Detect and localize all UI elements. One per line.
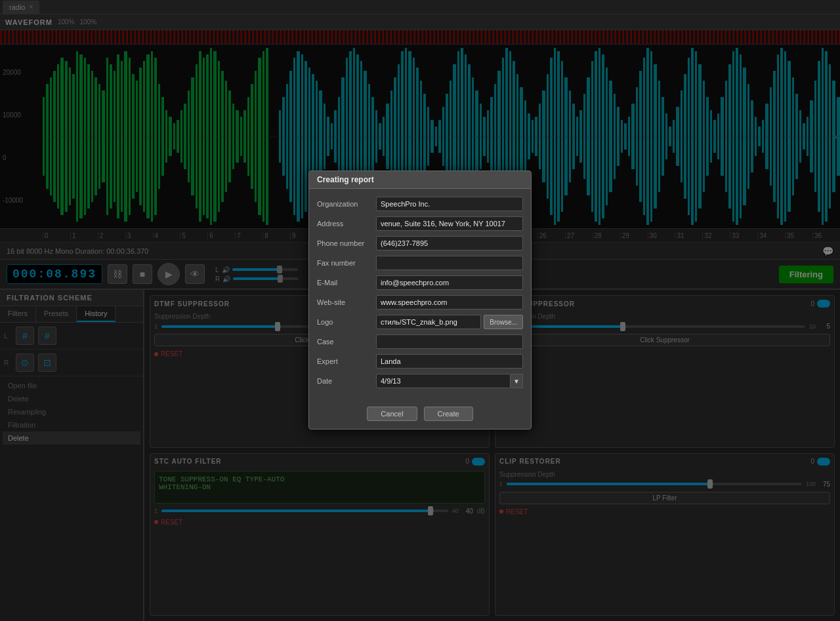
modal-footer: Cancel Create	[309, 401, 531, 429]
phone-input[interactable]	[376, 236, 523, 250]
phone-row: Phone number	[317, 236, 523, 250]
logo-row: Logo Browse...	[317, 315, 523, 329]
date-row: Date ▼	[317, 374, 523, 388]
date-dropdown-arrow[interactable]: ▼	[511, 374, 523, 388]
address-label: Address	[317, 220, 376, 228]
fax-label: Fax number	[317, 259, 376, 267]
date-input[interactable]	[376, 374, 511, 388]
cancel-button[interactable]: Cancel	[367, 407, 417, 421]
logo-label: Logo	[317, 318, 376, 326]
expert-label: Expert	[317, 357, 376, 365]
organization-input[interactable]	[376, 197, 523, 211]
organization-label: Organization	[317, 200, 376, 208]
phone-label: Phone number	[317, 239, 376, 247]
modal-body: Organization Address Phone number Fax nu…	[309, 189, 531, 401]
create-button[interactable]: Create	[424, 407, 473, 421]
address-row: Address	[317, 216, 523, 231]
email-input[interactable]	[376, 275, 523, 290]
case-row: Case	[317, 334, 523, 349]
expert-input[interactable]	[376, 354, 523, 369]
website-input[interactable]	[376, 295, 523, 310]
website-label: Web-site	[317, 298, 376, 306]
expert-row: Expert	[317, 354, 523, 369]
case-input[interactable]	[376, 334, 523, 349]
fax-input[interactable]	[376, 256, 523, 270]
creating-report-modal: Creating report Organization Address Pho…	[308, 170, 532, 430]
logo-input[interactable]	[376, 315, 481, 329]
website-row: Web-site	[317, 295, 523, 310]
logo-input-group: Browse...	[376, 315, 523, 329]
address-input[interactable]	[376, 216, 523, 231]
email-label: E-Mail	[317, 279, 376, 287]
date-label: Date	[317, 377, 376, 385]
fax-row: Fax number	[317, 256, 523, 270]
organization-row: Organization	[317, 197, 523, 211]
modal-title: Creating report	[309, 171, 531, 189]
date-input-group: ▼	[376, 374, 523, 388]
email-row: E-Mail	[317, 275, 523, 290]
browse-button[interactable]: Browse...	[484, 315, 523, 329]
modal-overlay: Creating report Organization Address Pho…	[0, 0, 840, 621]
case-label: Case	[317, 338, 376, 346]
